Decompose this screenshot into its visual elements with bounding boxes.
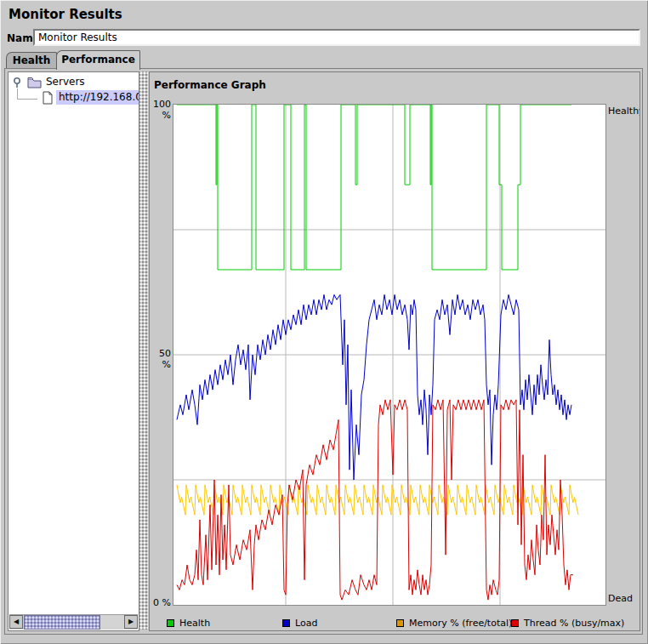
legend-label: Thread % (busy/max): [524, 618, 624, 629]
tree-connector-vertical: [17, 88, 18, 99]
performance-chart: [173, 104, 606, 606]
file-icon: [42, 91, 54, 108]
tree-expand-handle-icon[interactable]: [13, 76, 23, 93]
health-legend-swatch-icon: [167, 619, 174, 627]
y-axis-label-100: 100 %: [150, 99, 171, 121]
legend-item-health: Health: [167, 618, 210, 629]
page-title: Monitor Results: [9, 7, 122, 22]
legend-label: Load: [295, 618, 317, 629]
content-panel: Servers http://192.168.0. ◀ ▶ Performanc…: [4, 68, 643, 635]
application-window: Monitor Results Name: Health Performance…: [0, 0, 648, 644]
memory-legend-swatch-icon: [396, 619, 404, 627]
scroll-right-button[interactable]: ▶: [124, 615, 138, 629]
horizontal-scrollbar[interactable]: ◀ ▶: [9, 614, 138, 630]
name-input[interactable]: [33, 29, 640, 46]
folder-icon: [27, 76, 42, 92]
legend-label: Memory % (free/total): [409, 618, 512, 629]
legend-item-memory: Memory % (free/total): [396, 618, 512, 629]
split-pane-divider[interactable]: [139, 71, 148, 630]
tab-health[interactable]: Health: [6, 52, 57, 69]
y-axis-label-50: 50 %: [150, 348, 171, 370]
tree-node-server-url[interactable]: http://192.168.0.: [56, 90, 139, 105]
tree-connector-horizontal: [17, 99, 37, 100]
tree-node-servers[interactable]: Servers: [46, 75, 85, 89]
performance-chart-svg: [173, 105, 605, 605]
scroll-left-button[interactable]: ◀: [9, 615, 23, 629]
load-legend-swatch-icon: [282, 619, 290, 627]
server-tree-panel: Servers http://192.168.0. ◀ ▶: [8, 71, 139, 631]
graph-title: Performance Graph: [154, 79, 266, 91]
dead-label: Dead: [608, 593, 633, 604]
legend-label: Health: [179, 618, 210, 629]
thread-legend-swatch-icon: [511, 619, 519, 627]
scrollbar-thumb[interactable]: [24, 615, 100, 630]
performance-graph-panel: Performance Graph 100 % 50 % 0 % Healthy…: [149, 71, 640, 631]
legend-item-thread: Thread % (busy/max): [511, 618, 624, 629]
healthy-label: Healthy: [608, 105, 640, 117]
legend-item-load: Load: [282, 618, 317, 629]
tab-performance[interactable]: Performance: [56, 50, 140, 70]
y-axis-label-0: 0 %: [150, 597, 171, 608]
